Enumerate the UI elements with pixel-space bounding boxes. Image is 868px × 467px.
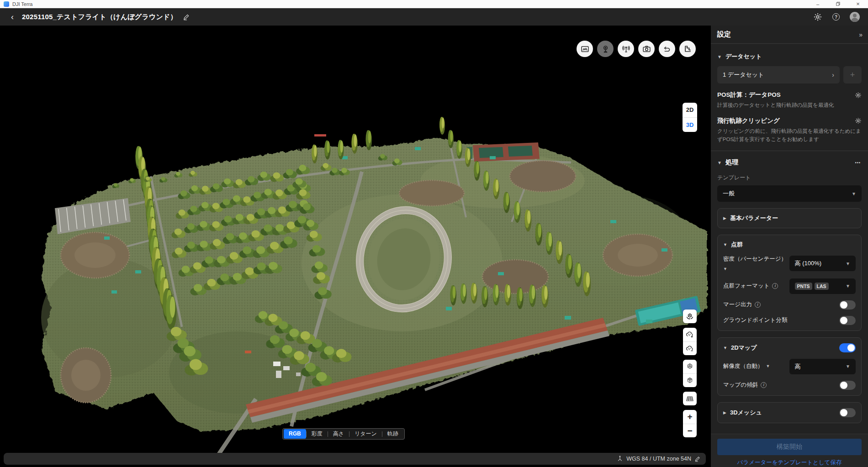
chevron-down-icon: ▼ [723, 242, 727, 247]
crs-axes-icon [617, 456, 623, 462]
panel-header: 設定 » [711, 26, 868, 44]
pos-calc-gear-icon[interactable] [855, 92, 862, 99]
basic-params-box: ▶ 基本パラメーター [717, 208, 862, 228]
display-mode-switch: RGB 彩度 高さ リターン 軌跡 [282, 428, 405, 440]
info-icon[interactable]: i [761, 382, 767, 388]
orbit-model-icon [686, 312, 694, 320]
pointcloud-header[interactable]: ▼ 点群 [723, 241, 856, 249]
camera-icon [642, 45, 651, 53]
maximize-button[interactable] [828, 0, 848, 8]
dataset-item[interactable]: 1 データセット › [717, 66, 840, 84]
chevron-down-icon[interactable]: ▼ [723, 266, 727, 272]
density-select[interactable]: 高 (100%) ▼ [789, 256, 856, 271]
info-icon[interactable]: i [755, 302, 761, 308]
view-3d-button[interactable]: 3D [683, 117, 697, 132]
viewport-toolbar [577, 41, 696, 57]
chevron-down-icon[interactable]: ▼ [766, 363, 770, 369]
template-label: テンプレート [717, 174, 862, 182]
help-icon[interactable]: ? [832, 13, 840, 21]
basic-params-header[interactable]: ▶ 基本パラメーター [723, 214, 856, 222]
mode-height[interactable]: 高さ [328, 429, 349, 439]
panel-scroll-area[interactable]: ▼ データセット 1 データセット › + POS計算：データPOS 計算後のデ… [711, 44, 868, 434]
chevron-down-icon: ▼ [717, 160, 722, 165]
chevron-down-icon: ▼ [846, 364, 850, 369]
info-icon[interactable]: i [772, 283, 778, 289]
mode-trajectory[interactable]: 軌跡 [382, 429, 403, 439]
flight-route-button[interactable] [659, 41, 675, 57]
chevron-down-icon: ▼ [723, 346, 727, 350]
crs-edit-icon[interactable] [694, 456, 700, 462]
process-section-header[interactable]: ▼ 処理 ⋯ [717, 158, 862, 167]
merge-output-toggle[interactable] [839, 300, 856, 310]
orbit-model-button[interactable] [683, 310, 697, 323]
point-cloud-viewport[interactable]: 2D 3D [0, 26, 711, 467]
model-shaded-icon [686, 377, 694, 385]
mesh-grid-icon [686, 394, 694, 403]
template-select[interactable]: 一般 ▼ [717, 185, 862, 202]
settings-panel: 設定 » ▼ データセット 1 データセット › + POS計算：データPOS … [711, 26, 868, 467]
pos-calc-title: POS計算：データPOS [717, 91, 781, 99]
model-solid-icon [686, 362, 694, 371]
density-label: 密度（パーセンテージ） ▼ [723, 255, 789, 272]
minimize-button[interactable]: – [808, 0, 828, 8]
terrain-map-icon [581, 45, 589, 53]
collapse-panel-icon[interactable]: » [859, 31, 862, 38]
model-shaded-button[interactable] [683, 373, 697, 387]
edit-title-icon[interactable] [183, 14, 190, 21]
trajectory-clip-desc: クリッピングの前に、飛行軌跡の品質を最適化するためにまずPOS計算を実行すること… [717, 127, 862, 144]
measure-button[interactable] [679, 41, 696, 57]
chevron-down-icon: ▼ [717, 54, 722, 59]
mode-rgb[interactable]: RGB [284, 429, 306, 439]
format-tag-pnts: PNTS [795, 283, 812, 290]
map-tilt-toggle[interactable] [839, 381, 856, 390]
zoom-out-button[interactable]: − [683, 424, 697, 437]
survey-point-icon [601, 45, 610, 53]
start-build-button[interactable]: 構築開始 [717, 439, 862, 455]
mode-return[interactable]: リターン [349, 429, 382, 439]
back-button[interactable]: ‹ [5, 10, 19, 24]
maximize-icon [836, 2, 840, 6]
chevron-right-icon: ▶ [723, 410, 726, 415]
camera-button[interactable] [638, 41, 655, 57]
zoom-in-button[interactable]: + [683, 410, 697, 424]
model-solid-button[interactable] [683, 360, 697, 373]
map2d-box: ▼ 2Dマップ 解像度（自動） ▼ 高 ▼ マップの傾斜 i [717, 337, 862, 396]
flight-route-icon [663, 45, 672, 53]
mesh3d-box: ▶ 3Dメッシュ [717, 402, 862, 423]
mode-saturation[interactable]: 彩度 [307, 429, 328, 439]
dji-logo-icon [4, 1, 9, 7]
tennis-courts [467, 142, 540, 162]
app-name: DJI Terra [12, 1, 32, 7]
status-bar: WGS 84 / UTM zone 54N [4, 453, 706, 465]
user-avatar[interactable] [850, 12, 860, 22]
rtk-antenna-button[interactable] [618, 41, 634, 57]
mesh3d-header[interactable]: ▶ 3Dメッシュ [723, 408, 856, 417]
viewport-tool-stack: + − [683, 310, 697, 437]
resolution-select[interactable]: 高 ▼ [789, 359, 856, 374]
add-point-cloud-button[interactable] [683, 328, 697, 341]
crs-label: WGS 84 / UTM zone 54N [626, 456, 691, 462]
remove-point-cloud-button[interactable] [683, 341, 697, 355]
mesh3d-toggle[interactable] [839, 408, 856, 417]
add-dataset-button[interactable]: + [843, 66, 862, 84]
project-title: 20251105_テストフライト（けんぼグラウンド） [22, 13, 177, 21]
add-point-cloud-icon [686, 331, 694, 339]
save-template-link[interactable]: パラメーターをテンプレートとして保存 [717, 459, 862, 467]
more-menu-icon[interactable]: ⋯ [855, 159, 862, 166]
close-button[interactable]: × [848, 0, 868, 8]
settings-gear-icon[interactable] [813, 12, 822, 21]
format-label: 点群フォーマット i [723, 282, 789, 290]
chevron-right-icon: › [832, 71, 834, 79]
dataset-section-header[interactable]: ▼ データセット [717, 52, 862, 61]
map2d-toggle[interactable] [839, 343, 856, 352]
chevron-right-icon: ▶ [723, 216, 726, 220]
survey-point-button[interactable] [597, 41, 614, 57]
view-2d-button[interactable]: 2D [683, 103, 697, 117]
terrain-map-button[interactable] [577, 41, 593, 57]
map2d-header[interactable]: ▼ 2Dマップ [723, 343, 856, 352]
format-select[interactable]: PNTS LAS ▼ [789, 278, 856, 294]
mesh-grid-button[interactable] [683, 392, 697, 405]
ground-class-toggle[interactable] [839, 316, 856, 325]
trajectory-clip-gear-icon[interactable] [855, 117, 862, 124]
point-cloud-scene [0, 26, 711, 467]
